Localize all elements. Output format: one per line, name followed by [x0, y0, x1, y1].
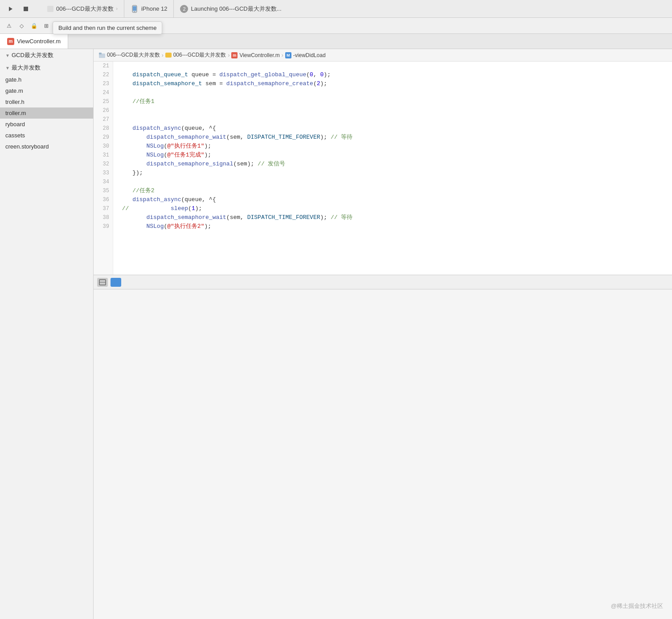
code-line-28: dispatch_async (queue, ^{ — [119, 124, 672, 133]
line-num-31: 31 — [94, 151, 109, 160]
line-num-29: 29 — [94, 133, 109, 142]
breadcrumb-method-icon: M — [285, 52, 291, 58]
line-num-24: 24 — [94, 88, 109, 97]
sidebar-arrow-0: ▼ — [5, 53, 10, 58]
code-line-24 — [119, 88, 672, 97]
titlebar-controls — [4, 3, 32, 15]
code-line-35: //任务2 — [119, 186, 672, 195]
code-editor[interactable]: 21 22 23 24 25 26 27 28 29 30 31 32 33 3… — [94, 62, 672, 275]
tab-launch: 2 Launching 006---GCD最大并发数... — [174, 0, 287, 17]
sidebar-item-8[interactable]: creen.storyboard — [0, 141, 93, 152]
breadcrumb-sep2: › — [228, 52, 229, 58]
line-num-23: 23 — [94, 79, 109, 88]
code-line-37: // sleep ( 1 ); — [119, 204, 672, 213]
toolbar-lock-icon[interactable]: 🔒 — [29, 21, 39, 31]
breadcrumb-project1[interactable]: 006---GCD最大并发数 — [107, 51, 160, 59]
title-tabs: 006---GCD最大并发数 › iPhone 12 2 Launching 0… — [41, 0, 288, 17]
tooltip: Build and then run the current scheme — [53, 21, 162, 34]
stop-button[interactable] — [20, 3, 32, 15]
svg-rect-9 — [113, 279, 119, 285]
iphone-label: iPhone 12 — [141, 5, 168, 12]
line-num-28: 28 — [94, 124, 109, 133]
line-num-22: 22 — [94, 70, 109, 79]
line-num-39: 39 — [94, 222, 109, 231]
line-num-25: 25 — [94, 97, 109, 106]
tab-bar: m ViewController.m — [0, 34, 672, 49]
code-line-27 — [119, 115, 672, 124]
breadcrumb: 006---GCD最大并发数 › 006---GCD最大并发数 › m View… — [94, 49, 672, 62]
code-line-36: dispatch_async (queue, ^{ — [119, 195, 672, 204]
code-line-39: NSLog ( @"执行任务2" ); — [119, 222, 672, 231]
line-num-21: 21 — [94, 62, 109, 70]
panel-icon — [113, 279, 119, 285]
code-line-34 — [119, 177, 672, 186]
bottom-icon-blue[interactable] — [111, 278, 121, 287]
breadcrumb-sep3: › — [282, 52, 283, 58]
toolbar-bookmark-icon[interactable]: ◇ — [16, 21, 27, 31]
launch-label: Launching 006---GCD最大并发数... — [191, 5, 281, 13]
code-line-38: dispatch_semaphore_wait (sem, DISPATCH_T… — [119, 213, 672, 222]
editor-tab-viewcontroller[interactable]: m ViewController.m — [0, 34, 68, 49]
sidebar-item-2[interactable]: gate.h — [0, 74, 93, 85]
bottom-icon-layout[interactable] — [97, 278, 108, 287]
toolbar-grid-icon[interactable]: ⊞ — [41, 21, 52, 31]
tab-m-icon: m — [7, 38, 14, 45]
sidebar-item-5[interactable]: troller.m — [0, 107, 93, 119]
run-button[interactable] — [4, 3, 17, 15]
sidebar-item-7[interactable]: cassets — [0, 130, 93, 141]
sidebar-item-3[interactable]: gate.m — [0, 85, 93, 96]
toolbar-warning-icon[interactable]: ⚠ — [4, 21, 14, 31]
sidebar-item-4[interactable]: troller.h — [0, 96, 93, 107]
titlebar: 006---GCD最大并发数 › iPhone 12 2 Launching 0… — [0, 0, 672, 18]
svg-marker-0 — [9, 7, 12, 11]
sidebar-item-6[interactable]: ryboard — [0, 119, 93, 130]
watermark: @稀土掘金技术社区 — [611, 602, 663, 610]
code-line-32: dispatch_semaphore_signal (sem); // 发信号 — [119, 160, 672, 169]
svg-point-4 — [134, 11, 135, 12]
iphone-icon — [131, 5, 139, 13]
tab-project-label: 006---GCD最大并发数 — [56, 5, 114, 13]
line-num-30: 30 — [94, 142, 109, 151]
breadcrumb-project2[interactable]: 006---GCD最大并发数 — [173, 51, 226, 59]
code-line-29: dispatch_semaphore_wait (sem, DISPATCH_T… — [119, 133, 672, 142]
bottom-panel: @稀土掘金技术社区 — [94, 289, 672, 619]
svg-rect-1 — [24, 7, 28, 11]
bottom-toolbar — [94, 275, 672, 289]
line-num-26: 26 — [94, 106, 109, 115]
line-num-36: 36 — [94, 195, 109, 204]
code-line-33: }); — [119, 169, 672, 177]
line-num-34: 34 — [94, 177, 109, 186]
launch-badge: 2 — [180, 5, 188, 13]
line-num-32: 32 — [94, 160, 109, 169]
line-num-37: 37 — [94, 204, 109, 213]
editor-tab-label: ViewController.m — [17, 38, 61, 45]
tab-project[interactable]: 006---GCD最大并发数 › — [41, 0, 124, 17]
code-line-30: NSLog ( @"执行任务1" ); — [119, 142, 672, 151]
line-numbers: 21 22 23 24 25 26 27 28 29 30 31 32 33 3… — [94, 62, 113, 275]
main-layout: ▼ GCD最大并发数 ▼ 最大并发数 gate.h gate.m troller… — [0, 49, 672, 619]
content-area: 006---GCD最大并发数 › 006---GCD最大并发数 › m View… — [94, 49, 672, 619]
line-num-33: 33 — [94, 169, 109, 177]
breadcrumb-project-icon — [99, 53, 105, 58]
tab-iphone[interactable]: iPhone 12 — [124, 0, 174, 17]
sidebar: ▼ GCD最大并发数 ▼ 最大并发数 gate.h gate.m troller… — [0, 49, 94, 619]
breadcrumb-filename[interactable]: ViewController.m — [239, 52, 279, 58]
breadcrumb-m-icon: m — [231, 52, 238, 58]
code-line-25: //任务1 — [119, 97, 672, 106]
sidebar-item-1[interactable]: ▼ 最大并发数 — [0, 62, 93, 74]
code-line-31: NSLog ( @"任务1完成" ); — [119, 151, 672, 160]
code-line-21 — [119, 62, 672, 70]
code-line-22: dispatch_queue_t queue = dispatch_get_gl… — [119, 70, 672, 79]
svg-rect-6 — [99, 53, 102, 54]
code-line-26 — [119, 106, 672, 115]
layout-icon — [99, 279, 106, 285]
tab-chevron: › — [116, 6, 118, 11]
line-num-38: 38 — [94, 213, 109, 222]
breadcrumb-folder-icon — [165, 53, 172, 58]
svg-rect-3 — [133, 6, 136, 11]
breadcrumb-method[interactable]: -viewDidLoad — [293, 52, 326, 58]
sidebar-item-0[interactable]: ▼ GCD最大并发数 — [0, 49, 93, 62]
line-num-27: 27 — [94, 115, 109, 124]
breadcrumb-sep1: › — [162, 52, 164, 58]
code-line-23: dispatch_semaphore_t sem = dispatch_sema… — [119, 79, 672, 88]
